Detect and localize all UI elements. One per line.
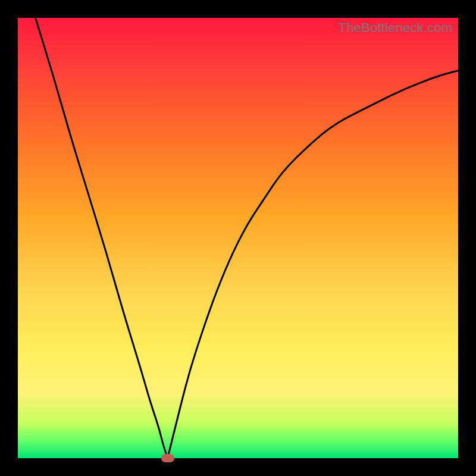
plot-area: TheBottleneck.com bbox=[18, 18, 458, 458]
right-branch-path bbox=[168, 71, 458, 458]
chart-frame: TheBottleneck.com bbox=[0, 0, 476, 476]
curve-layer bbox=[18, 18, 458, 458]
min-marker bbox=[161, 454, 174, 462]
left-branch-path bbox=[36, 18, 168, 458]
